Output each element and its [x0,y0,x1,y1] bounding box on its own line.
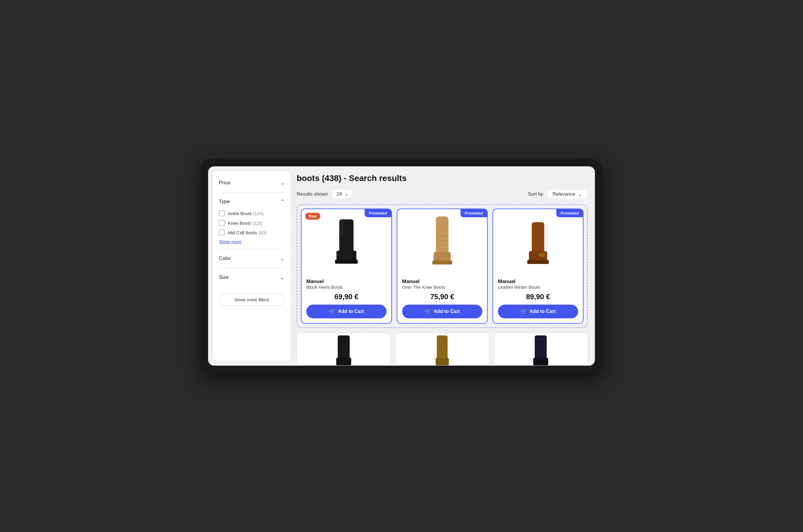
partial-card-3 [494,333,588,366]
size-filter-header[interactable]: Size ⌄ [219,273,285,282]
show-more-filters-button[interactable]: Show more filters [219,294,285,305]
cart-icon-1: 🛒 [329,308,335,315]
mid-calf-boots-option[interactable]: Mid Calf Boots (80) [219,229,285,235]
boot-image-3 [521,214,555,270]
cart-icon-3: 🛒 [521,308,527,315]
type-filter-options: Ankle Boots (133) Knee Boots (225) Mid C… [219,210,285,244]
product-name-3: Leather Winter Boots [498,285,540,290]
product-card-3: Promoted [493,209,584,324]
size-filter-title: Size [219,274,229,280]
new-badge-1: New [305,213,321,220]
mid-calf-boots-count: (80) [258,230,267,235]
svg-rect-6 [432,261,452,265]
knee-boots-checkbox[interactable] [219,220,225,226]
product-card-2: Promoted [397,209,488,324]
chevron-up-icon: ⌃ [280,198,285,205]
product-image-area-3 [493,209,583,275]
add-to-cart-label-3: Add to Cart [529,309,555,314]
product-brand-1: Manuel [306,279,324,285]
ankle-boots-checkbox[interactable] [219,210,225,216]
type-filter-title: Type [219,199,230,205]
color-filter-title: Color [219,255,231,262]
product-brand-2: Manuel [402,279,420,285]
partial-card-2 [395,333,489,366]
product-card-1: Promoted New Manuel [301,209,392,324]
product-name-2: Over The Knee Boots [402,285,445,290]
chevron-down-icon: ⌄ [344,191,348,197]
product-info-2: Manuel Over The Knee Boots 75,90 € 🛒 Add… [397,275,487,323]
knee-boots-label: Knee Boots (225) [228,221,263,226]
add-to-cart-button-3[interactable]: 🛒 Add to Cart [498,305,578,318]
price-filter-header[interactable]: Price ⌄ [219,178,285,187]
partial-boot-1 [332,336,356,365]
mid-calf-boots-label: Mid Calf Boots (80) [228,230,266,235]
products-grid: Promoted New Manuel [301,209,584,324]
add-to-cart-button-2[interactable]: 🛒 Add to Cart [402,305,482,318]
color-filter-header[interactable]: Color ⌄ [219,254,285,263]
chevron-down-icon: ⌄ [280,179,285,186]
svg-rect-16 [336,358,351,365]
size-filter-section: Size ⌄ [219,273,285,287]
results-count-dropdown[interactable]: 24 ⌄ [331,189,353,199]
add-to-cart-label-1: Add to Cart [338,309,364,314]
add-to-cart-label-2: Add to Cart [434,309,460,314]
partial-boot-3 [529,336,553,365]
sort-area: Sort by Relevance ⌄ [528,189,588,199]
page-title: boots (438) - Search results [297,173,588,183]
svg-rect-17 [437,336,448,359]
add-to-cart-button-1[interactable]: 🛒 Add to Cart [306,305,386,318]
svg-rect-4 [436,216,449,255]
partial-boot-2 [433,336,451,365]
sort-by-label: Sort by [528,191,543,197]
product-price-2: 75,90 € [402,292,482,301]
sidebar: Price ⌄ Type ⌃ Ankle Boots (133) [213,171,291,361]
product-price-3: 89,90 € [498,292,578,301]
knee-boots-option[interactable]: Knee Boots (225) [219,220,285,226]
sort-value: Relevance [552,191,575,197]
svg-rect-19 [535,336,547,359]
sort-dropdown[interactable]: Relevance ⌄ [547,189,588,199]
type-filter-section: Type ⌃ Ankle Boots (133) Knee Boots (225… [219,197,285,249]
svg-rect-18 [436,358,449,365]
svg-rect-14 [540,254,544,256]
promoted-badge-2: Promoted [460,209,487,217]
main-content: boots (438) - Search results Results sho… [291,166,595,366]
search-query: boots [297,173,320,183]
svg-rect-20 [533,358,548,365]
boot-image-1 [329,214,364,270]
color-filter-section: Color ⌄ [219,254,285,268]
chevron-down-icon: ⌄ [280,255,285,262]
product-brand-3: Manuel [498,279,515,285]
screen: Price ⌄ Type ⌃ Ankle Boots (133) [208,166,595,366]
toolbar: Results shown 24 ⌄ Sort by Relevance ⌄ [297,189,588,199]
svg-rect-2 [335,260,358,264]
promoted-badge-3: Promoted [556,209,583,217]
svg-rect-12 [527,260,549,264]
ankle-boots-option[interactable]: Ankle Boots (133) [219,210,285,216]
chevron-down-icon: ⌄ [578,191,582,197]
promoted-badge-1: Promoted [365,209,391,217]
mid-calf-boots-checkbox[interactable] [219,229,225,235]
results-shown-area: Results shown 24 ⌄ [297,189,353,199]
product-image-area-2 [397,209,487,275]
product-price-1: 69,90 € [306,292,386,301]
results-shown-label: Results shown [297,191,328,197]
product-name-1: Block Heels Boots [306,285,343,290]
knee-boots-count: (225) [252,221,263,226]
ankle-boots-count: (133) [253,211,263,216]
svg-rect-10 [532,222,544,254]
results-count-value: 24 [336,191,342,197]
second-row [297,333,588,366]
type-show-more-link[interactable]: Show more [219,239,285,244]
product-info-3: Manuel Leather Winter Boots 89,90 € 🛒 Ad… [493,275,583,323]
device-frame: Price ⌄ Type ⌃ Ankle Boots (133) [201,159,602,373]
partial-card-1 [297,333,390,366]
chevron-down-icon: ⌄ [280,274,285,281]
product-info-1: Manuel Block Heels Boots 69,90 € 🛒 Add t… [302,275,391,323]
ankle-boots-label: Ankle Boots (133) [228,211,263,216]
price-filter-section: Price ⌄ [219,178,285,192]
svg-rect-3 [341,219,343,236]
svg-rect-15 [338,336,350,359]
type-filter-header[interactable]: Type ⌃ [219,197,285,206]
promoted-section: Promoted New Manuel [297,204,588,328]
